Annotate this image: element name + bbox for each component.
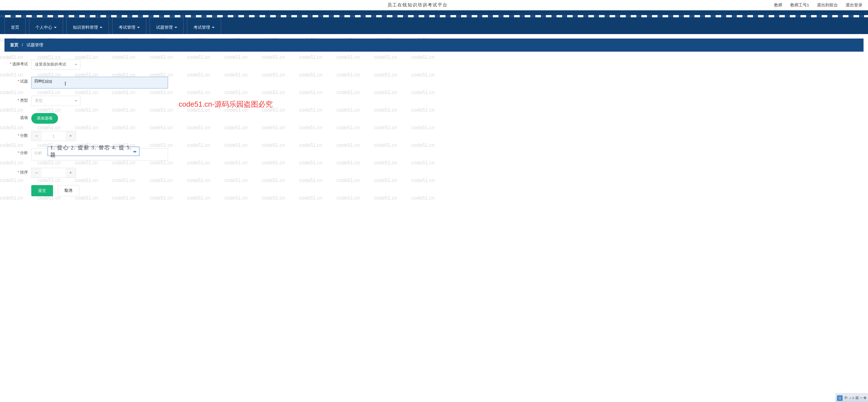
label-score: 分数 bbox=[8, 131, 28, 138]
nav-tab-0[interactable]: 首页 bbox=[4, 17, 26, 34]
score-plus-button[interactable]: + bbox=[66, 131, 75, 141]
type-placeholder: 类型 bbox=[35, 98, 43, 103]
chevron-down-icon bbox=[175, 27, 177, 28]
chevron-down-icon bbox=[54, 27, 57, 28]
score-stepper[interactable]: − 1 + bbox=[31, 131, 76, 141]
dash-strip bbox=[0, 15, 868, 17]
exit-to-front-link[interactable]: 退出到前台 bbox=[817, 2, 838, 8]
label-type: 类型 bbox=[8, 96, 28, 103]
ime-icon[interactable]: Q bbox=[837, 395, 843, 401]
breadcrumb-home[interactable]: 首页 bbox=[10, 42, 19, 47]
breadcrumb-current: 试题管理 bbox=[27, 42, 43, 47]
label-analysis: 分析 bbox=[8, 148, 28, 155]
chevron-down-icon bbox=[74, 64, 77, 65]
chevron-down-icon bbox=[212, 27, 215, 28]
question-text-prefix: 四种 bbox=[34, 79, 42, 83]
text-cursor-icon: I bbox=[64, 81, 66, 87]
chevron-down-icon bbox=[74, 100, 77, 102]
header-bar: 员工在线知识培训考试平台 教师 教师工号1 退出到前台 退出登录 bbox=[0, 0, 868, 11]
ime-candidates[interactable]: 1. 提心 2. 提薪 3. 替芯 4. 提 5. 题 bbox=[50, 144, 133, 159]
chevron-down-icon bbox=[100, 27, 102, 28]
top-band bbox=[0, 11, 868, 15]
ime-nav-arrows[interactable]: ◂▸ bbox=[133, 149, 137, 154]
nav-tab-4[interactable]: 试题管理 bbox=[150, 17, 184, 34]
breadcrumb-separator: / bbox=[22, 42, 23, 47]
nav-tab-5[interactable]: 考试管理 bbox=[187, 17, 221, 34]
ime-mode[interactable]: 中 bbox=[844, 396, 848, 400]
sort-stepper[interactable]: − + bbox=[31, 168, 76, 178]
nav-tab-1[interactable]: 个人中心 bbox=[29, 17, 63, 34]
score-minus-button[interactable]: − bbox=[32, 131, 41, 141]
question-textarea[interactable]: 四种ti'xing I bbox=[31, 77, 168, 89]
score-value[interactable]: 1 bbox=[41, 134, 66, 138]
label-options: 选项 bbox=[8, 113, 28, 120]
sort-plus-button[interactable]: + bbox=[66, 168, 75, 178]
nav-tab-2[interactable]: 知识资料管理 bbox=[66, 17, 109, 34]
question-ime-raw: ti'xing bbox=[42, 79, 52, 83]
decorative-clouds bbox=[0, 338, 117, 402]
app-title: 员工在线知识培训考试平台 bbox=[6, 2, 774, 8]
chevron-down-icon bbox=[137, 27, 140, 28]
main-nav: 首页个人中心知识资料管理考试管理试题管理考试管理 bbox=[0, 17, 868, 34]
ime-candidate-panel[interactable]: 1. 提心 2. 提薪 3. 替芯 4. 提 5. 题 ◂▸ bbox=[48, 147, 140, 156]
select-exam-value: 这里添加新的考试 bbox=[35, 62, 66, 67]
label-select-exam: 选择考试 bbox=[8, 59, 28, 67]
nav-tab-3[interactable]: 考试管理 bbox=[112, 17, 146, 34]
user-role: 教师 bbox=[774, 2, 782, 8]
add-option-button[interactable]: 添加选项 bbox=[31, 113, 58, 124]
label-question: 试题 bbox=[8, 77, 28, 84]
ime-taskbar[interactable]: Q 中 ♪ ⊙ 圆 ∽ ✿ bbox=[835, 394, 868, 402]
select-exam-dropdown[interactable]: 这里添加新的考试 bbox=[31, 59, 81, 69]
question-form: 选择考试 这里添加新的考试 试题 四种ti'xing I 1. 提心 2. 提薪… bbox=[0, 52, 868, 204]
breadcrumb: 首页 / 试题管理 bbox=[4, 38, 864, 52]
type-dropdown[interactable]: 类型 bbox=[31, 96, 81, 106]
cancel-button[interactable]: 取消 bbox=[58, 185, 79, 196]
ime-extras[interactable]: ♪ ⊙ 圆 ∽ ✿ bbox=[849, 396, 866, 400]
user-name: 教师工号1 bbox=[790, 2, 809, 8]
submit-button[interactable]: 提交 bbox=[31, 185, 53, 196]
logout-link[interactable]: 退出登录 bbox=[846, 2, 862, 8]
sort-minus-button[interactable]: − bbox=[32, 168, 41, 178]
label-sort: 排序 bbox=[8, 168, 28, 175]
